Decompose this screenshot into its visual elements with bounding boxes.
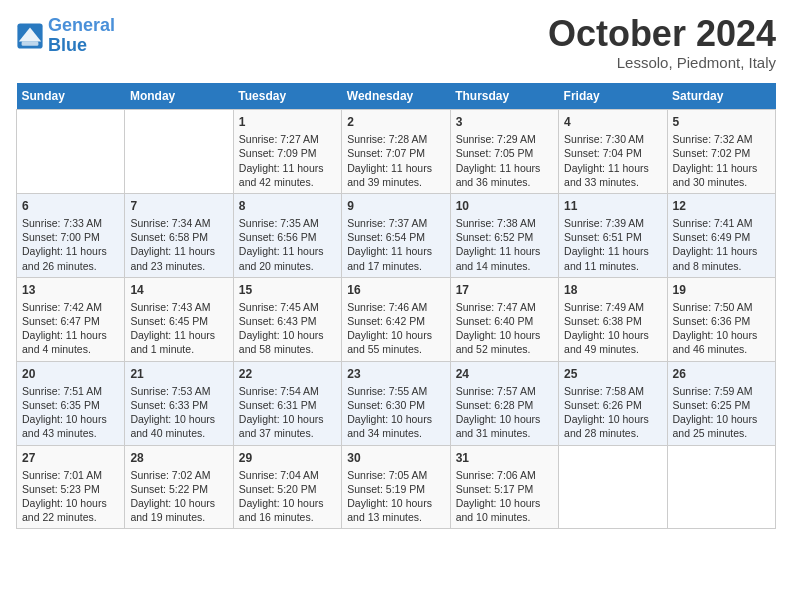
day-number: 21 (130, 366, 227, 382)
day-info: Sunrise: 7:42 AM Sunset: 6:47 PM Dayligh… (22, 300, 119, 357)
day-info: Sunrise: 7:04 AM Sunset: 5:20 PM Dayligh… (239, 468, 336, 525)
calendar-cell: 19Sunrise: 7:50 AM Sunset: 6:36 PM Dayli… (667, 277, 775, 361)
calendar-cell: 3Sunrise: 7:29 AM Sunset: 7:05 PM Daylig… (450, 110, 558, 194)
day-number: 27 (22, 450, 119, 466)
day-info: Sunrise: 7:53 AM Sunset: 6:33 PM Dayligh… (130, 384, 227, 441)
day-number: 6 (22, 198, 119, 214)
calendar-cell: 21Sunrise: 7:53 AM Sunset: 6:33 PM Dayli… (125, 361, 233, 445)
day-number: 16 (347, 282, 444, 298)
day-number: 29 (239, 450, 336, 466)
week-row-5: 27Sunrise: 7:01 AM Sunset: 5:23 PM Dayli… (17, 445, 776, 529)
day-number: 7 (130, 198, 227, 214)
day-number: 14 (130, 282, 227, 298)
weekday-header-row: SundayMondayTuesdayWednesdayThursdayFrid… (17, 83, 776, 110)
calendar-cell: 30Sunrise: 7:05 AM Sunset: 5:19 PM Dayli… (342, 445, 450, 529)
day-info: Sunrise: 7:29 AM Sunset: 7:05 PM Dayligh… (456, 132, 553, 189)
calendar-cell: 27Sunrise: 7:01 AM Sunset: 5:23 PM Dayli… (17, 445, 125, 529)
calendar-cell (17, 110, 125, 194)
day-info: Sunrise: 7:30 AM Sunset: 7:04 PM Dayligh… (564, 132, 661, 189)
calendar-cell: 24Sunrise: 7:57 AM Sunset: 6:28 PM Dayli… (450, 361, 558, 445)
day-number: 24 (456, 366, 553, 382)
logo-line2: Blue (48, 35, 87, 55)
day-number: 31 (456, 450, 553, 466)
calendar-cell: 31Sunrise: 7:06 AM Sunset: 5:17 PM Dayli… (450, 445, 558, 529)
calendar-cell (559, 445, 667, 529)
page-header: General Blue October 2024 Lessolo, Piedm… (16, 16, 776, 71)
week-row-3: 13Sunrise: 7:42 AM Sunset: 6:47 PM Dayli… (17, 277, 776, 361)
day-info: Sunrise: 7:28 AM Sunset: 7:07 PM Dayligh… (347, 132, 444, 189)
logo-text: General Blue (48, 16, 115, 56)
day-info: Sunrise: 7:58 AM Sunset: 6:26 PM Dayligh… (564, 384, 661, 441)
logo: General Blue (16, 16, 115, 56)
day-info: Sunrise: 7:43 AM Sunset: 6:45 PM Dayligh… (130, 300, 227, 357)
day-info: Sunrise: 7:33 AM Sunset: 7:00 PM Dayligh… (22, 216, 119, 273)
day-info: Sunrise: 7:02 AM Sunset: 5:22 PM Dayligh… (130, 468, 227, 525)
calendar-table: SundayMondayTuesdayWednesdayThursdayFrid… (16, 83, 776, 529)
day-info: Sunrise: 7:39 AM Sunset: 6:51 PM Dayligh… (564, 216, 661, 273)
day-info: Sunrise: 7:59 AM Sunset: 6:25 PM Dayligh… (673, 384, 770, 441)
calendar-cell: 22Sunrise: 7:54 AM Sunset: 6:31 PM Dayli… (233, 361, 341, 445)
day-number: 3 (456, 114, 553, 130)
day-number: 5 (673, 114, 770, 130)
calendar-cell: 7Sunrise: 7:34 AM Sunset: 6:58 PM Daylig… (125, 193, 233, 277)
calendar-cell: 28Sunrise: 7:02 AM Sunset: 5:22 PM Dayli… (125, 445, 233, 529)
day-info: Sunrise: 7:38 AM Sunset: 6:52 PM Dayligh… (456, 216, 553, 273)
calendar-cell (667, 445, 775, 529)
calendar-cell: 8Sunrise: 7:35 AM Sunset: 6:56 PM Daylig… (233, 193, 341, 277)
day-number: 8 (239, 198, 336, 214)
day-info: Sunrise: 7:46 AM Sunset: 6:42 PM Dayligh… (347, 300, 444, 357)
location: Lessolo, Piedmont, Italy (548, 54, 776, 71)
day-info: Sunrise: 7:57 AM Sunset: 6:28 PM Dayligh… (456, 384, 553, 441)
day-number: 18 (564, 282, 661, 298)
day-info: Sunrise: 7:49 AM Sunset: 6:38 PM Dayligh… (564, 300, 661, 357)
weekday-header-thursday: Thursday (450, 83, 558, 110)
day-number: 10 (456, 198, 553, 214)
day-info: Sunrise: 7:51 AM Sunset: 6:35 PM Dayligh… (22, 384, 119, 441)
title-block: October 2024 Lessolo, Piedmont, Italy (548, 16, 776, 71)
day-number: 28 (130, 450, 227, 466)
day-number: 9 (347, 198, 444, 214)
day-number: 19 (673, 282, 770, 298)
calendar-cell: 15Sunrise: 7:45 AM Sunset: 6:43 PM Dayli… (233, 277, 341, 361)
day-info: Sunrise: 7:35 AM Sunset: 6:56 PM Dayligh… (239, 216, 336, 273)
day-number: 20 (22, 366, 119, 382)
day-info: Sunrise: 7:06 AM Sunset: 5:17 PM Dayligh… (456, 468, 553, 525)
weekday-header-friday: Friday (559, 83, 667, 110)
logo-line1: General (48, 15, 115, 35)
day-number: 12 (673, 198, 770, 214)
week-row-4: 20Sunrise: 7:51 AM Sunset: 6:35 PM Dayli… (17, 361, 776, 445)
day-info: Sunrise: 7:47 AM Sunset: 6:40 PM Dayligh… (456, 300, 553, 357)
day-info: Sunrise: 7:50 AM Sunset: 6:36 PM Dayligh… (673, 300, 770, 357)
calendar-cell: 10Sunrise: 7:38 AM Sunset: 6:52 PM Dayli… (450, 193, 558, 277)
calendar-cell: 11Sunrise: 7:39 AM Sunset: 6:51 PM Dayli… (559, 193, 667, 277)
calendar-cell: 18Sunrise: 7:49 AM Sunset: 6:38 PM Dayli… (559, 277, 667, 361)
day-number: 22 (239, 366, 336, 382)
calendar-cell: 5Sunrise: 7:32 AM Sunset: 7:02 PM Daylig… (667, 110, 775, 194)
day-info: Sunrise: 7:41 AM Sunset: 6:49 PM Dayligh… (673, 216, 770, 273)
week-row-2: 6Sunrise: 7:33 AM Sunset: 7:00 PM Daylig… (17, 193, 776, 277)
calendar-cell (125, 110, 233, 194)
day-number: 2 (347, 114, 444, 130)
weekday-header-tuesday: Tuesday (233, 83, 341, 110)
calendar-cell: 2Sunrise: 7:28 AM Sunset: 7:07 PM Daylig… (342, 110, 450, 194)
day-info: Sunrise: 7:01 AM Sunset: 5:23 PM Dayligh… (22, 468, 119, 525)
day-info: Sunrise: 7:55 AM Sunset: 6:30 PM Dayligh… (347, 384, 444, 441)
calendar-cell: 4Sunrise: 7:30 AM Sunset: 7:04 PM Daylig… (559, 110, 667, 194)
day-number: 30 (347, 450, 444, 466)
weekday-header-sunday: Sunday (17, 83, 125, 110)
day-info: Sunrise: 7:34 AM Sunset: 6:58 PM Dayligh… (130, 216, 227, 273)
day-info: Sunrise: 7:32 AM Sunset: 7:02 PM Dayligh… (673, 132, 770, 189)
calendar-cell: 1Sunrise: 7:27 AM Sunset: 7:09 PM Daylig… (233, 110, 341, 194)
logo-icon (16, 22, 44, 50)
day-number: 1 (239, 114, 336, 130)
day-number: 25 (564, 366, 661, 382)
calendar-cell: 26Sunrise: 7:59 AM Sunset: 6:25 PM Dayli… (667, 361, 775, 445)
day-number: 15 (239, 282, 336, 298)
weekday-header-saturday: Saturday (667, 83, 775, 110)
calendar-cell: 16Sunrise: 7:46 AM Sunset: 6:42 PM Dayli… (342, 277, 450, 361)
month-title: October 2024 (548, 16, 776, 52)
day-number: 26 (673, 366, 770, 382)
weekday-header-monday: Monday (125, 83, 233, 110)
svg-rect-2 (22, 41, 39, 45)
calendar-cell: 23Sunrise: 7:55 AM Sunset: 6:30 PM Dayli… (342, 361, 450, 445)
